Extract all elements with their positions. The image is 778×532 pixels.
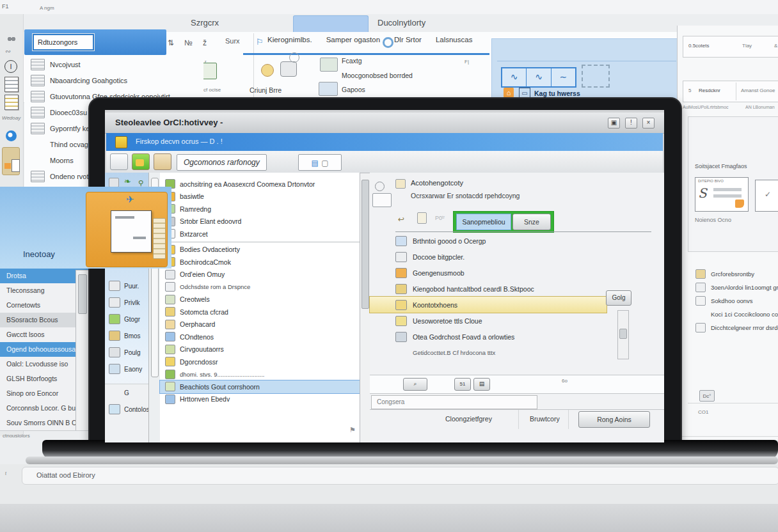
card-icon[interactable] [319,82,338,96]
scroll-thumb[interactable] [361,180,369,309]
clock-icon[interactable] [261,64,274,77]
new-document-icon[interactable] [110,153,128,170]
tab-left[interactable]: Szrgcrx [191,18,219,27]
orange-folder-icon[interactable]: ✈ [86,192,168,267]
cherries-icon[interactable] [6,33,17,42]
info-icon[interactable]: I [4,60,17,73]
numbered-tool-icon[interactable]: 51 [454,378,471,391]
sidebar-bottom-item[interactable]: Contolosoon [105,401,148,418]
footer-mid-label[interactable]: Bruwtcory [530,415,560,423]
detail-item[interactable]: Goengenusmoob [370,265,664,281]
blue-dot-icon[interactable] [6,130,17,141]
list-item[interactable]: Hrttonven Ebedv [160,393,360,406]
sort-label[interactable]: Surx [225,37,240,45]
address-text[interactable]: Firskop decvn ocrus — D . ! [136,137,223,145]
sidebar-item[interactable]: Koci 1ci Coccikcloono co [690,308,778,321]
list-item[interactable]: Bxtzarcet [160,228,360,240]
list-item[interactable]: Cirvgouutaorrs [160,343,360,356]
scroll-thumb[interactable] [78,274,87,314]
dashed-placeholder-icon[interactable] [582,65,610,88]
sidebar-item[interactable]: Bmos [105,327,148,344]
grid-window-icon[interactable]: ▣ [608,118,620,129]
wave-icon[interactable]: ∼ [552,68,575,86]
list-item[interactable]: Bodies Ovdacetiorty [160,244,360,256]
row-label[interactable]: Resdcknr [699,88,720,93]
sidebar-item[interactable]: Gtogr [105,311,148,327]
ribbon-label-1[interactable]: Fcaxtg [342,57,362,65]
plant-icon[interactable]: ❧ [124,176,131,186]
active-tab[interactable]: Sanopmebliou [456,214,511,230]
list-item[interactable]: Srtobr Elant edoovrd [160,215,360,228]
row-value[interactable]: Amanst Gonoe [741,88,775,93]
sidebar-item[interactable]: Sokdhoo oonvs [690,294,778,308]
preview-box-icon[interactable] [372,193,392,207]
option-circle-icon[interactable] [375,182,385,191]
home-row-label[interactable]: Kag tu hwerss [534,90,580,97]
list-item[interactable]: Oerphacard [160,318,360,331]
left-menu-item[interactable]: Nbaoardcing Goahgotics [24,72,203,88]
list-item[interactable]: Ramredng [160,203,360,215]
detail-item[interactable]: Koontotxhoens [370,297,607,313]
list-item[interactable]: dhomi. stvs. 9..........................… [160,368,360,381]
radio-device-icon[interactable] [109,178,119,187]
tab-selected[interactable] [293,15,369,33]
home-icon[interactable]: ⌂ [504,88,514,98]
list-item[interactable]: aochsitring ea Aoasexcrd Coomexa Drtonvt… [160,178,360,191]
person-tool-icon[interactable]: ⌕ [403,378,427,391]
ribbon-label-2[interactable]: Moocgonobsed borrded [342,72,413,79]
left-menu-item[interactable]: Nvcojvust [24,56,203,72]
detail-scrollbar[interactable] [617,310,629,359]
sidebar-item[interactable]: Dicchtcelgneer rrror dsrdor [690,321,778,334]
open-folder-icon[interactable] [132,153,150,170]
save-folder-icon[interactable] [154,153,171,170]
close-icon[interactable]: × [642,118,655,129]
footer-left-label[interactable]: Cloongzietfgrey [445,415,492,423]
sidebar-item[interactable]: Eaony [105,361,148,377]
list-view-icon[interactable]: ▢ [321,159,328,168]
detail-item[interactable]: Docooe bitgpcler. [370,249,664,265]
sidebar-item[interactable]: 3oenAlordoi lin1oomgt gr [690,281,778,294]
sort-icon[interactable]: ⇅ [168,38,174,47]
clipboard-icon[interactable] [417,212,427,224]
list-item[interactable]: Odchsdste rom a Drspnce [160,281,360,293]
detail-item[interactable]: Brthntoi goood o Ocergp [370,233,664,249]
z-order-icon[interactable]: ž [203,38,207,47]
sidebar-item[interactable]: Grcforebsrontby [690,267,778,281]
congsera-field[interactable]: Congsera [371,395,537,409]
view-switcher[interactable]: ▤ ▢ [298,154,342,171]
ribbon-label-3[interactable]: Gapoos [342,86,365,93]
golg-button[interactable]: Golg [606,290,631,306]
list-item[interactable]: Beachiots Gout corrshoorn [160,380,360,393]
clipboard-folder-icon[interactable] [2,147,20,175]
wave-icon[interactable]: ∿ [502,68,527,86]
wave-selector[interactable]: ∿∿∼ [501,67,576,88]
rong-aoins-button[interactable]: Rong Aoins [578,411,650,428]
left-list-scrollbar[interactable] [75,270,90,431]
list-item[interactable]: BochirodcaCmok [160,256,360,269]
sidebar-item[interactable]: Poulg [105,344,148,361]
wave-icon[interactable]: ∿ [527,68,551,86]
list-item[interactable]: basiwtle [160,191,360,203]
sidebar-item[interactable]: Puur. [105,278,148,294]
card-tool-icon[interactable]: ▤ [473,378,490,391]
grid-view-icon[interactable]: ▤ [311,159,318,168]
inner-titlebar[interactable]: Steoleavlee OrCl:hotivvey - ▣!× [105,113,664,134]
list-item[interactable]: Sotomcta cfcrad [160,306,360,318]
sidebar-bottom-item[interactable]: G [105,384,148,401]
undo-icon[interactable]: ↩ [398,215,404,224]
list-item[interactable]: Dgorcndossr [160,356,360,368]
note-icon[interactable] [395,179,406,189]
scroll-thumb[interactable] [619,329,627,339]
thumbnail-2[interactable]: ✓ [755,180,778,212]
alert-icon[interactable]: ! [625,118,637,129]
sidebar-item[interactable]: Privlk [105,294,148,311]
document-stack-icon[interactable] [4,95,19,110]
list-item[interactable]: Creotwels [160,293,360,306]
projector-icon[interactable] [320,58,338,72]
document-lines-icon[interactable] [4,77,19,92]
thumbnail[interactable]: DITEPIO BIVO S [695,177,749,212]
size-button[interactable]: Snze [512,214,551,230]
camera-icon[interactable] [280,61,297,77]
tab-right[interactable]: Ducolnytlorty [377,18,425,27]
location-tab[interactable]: Ogcomonos rarfonogy [177,154,267,171]
